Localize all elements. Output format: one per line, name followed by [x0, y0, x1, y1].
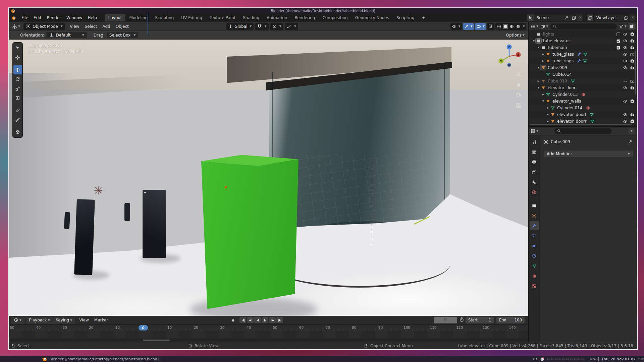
- viewport-menu-object[interactable]: Object: [113, 23, 131, 30]
- workspace-tab-layout[interactable]: Layout: [105, 14, 125, 21]
- workspace-tab-compositing[interactable]: Compositing: [319, 14, 351, 21]
- outliner-row-cube-009[interactable]: ▼Cube.009: [529, 64, 637, 71]
- outliner-row-tube-elevator[interactable]: ▼tube elevator: [529, 38, 637, 44]
- properties-tab-scene[interactable]: [530, 178, 539, 187]
- drag-value-dropdown[interactable]: Select Box ▼: [107, 32, 138, 38]
- outliner-item-label[interactable]: elevator_doorr: [557, 119, 587, 123]
- checkbox-icon[interactable]: [616, 39, 621, 43]
- eye-icon[interactable]: [623, 99, 628, 104]
- expand-down-icon[interactable]: ▼: [537, 66, 540, 69]
- pivot-dropdown[interactable]: ▼: [270, 23, 283, 30]
- timeline-tracks[interactable]: [9, 331, 528, 339]
- properties-tab-world[interactable]: [530, 188, 539, 197]
- scene-name[interactable]: Scene: [534, 15, 563, 20]
- outliner-row-elevator-walls[interactable]: ▼elevator_walls: [529, 98, 637, 105]
- outliner-item-label[interactable]: lights: [543, 32, 554, 37]
- view-layer-copy-icon[interactable]: [623, 15, 630, 20]
- workspace-tab-[interactable]: +: [418, 14, 428, 21]
- timeline-scrollbar[interactable]: [9, 339, 528, 342]
- workspace-tab-uv-editing[interactable]: UV Editing: [178, 14, 206, 21]
- timeline-menu-marker[interactable]: Marker: [92, 318, 111, 322]
- taskbar-app-entry[interactable]: Blender [/home/amalie/Desktop/blender/ta…: [42, 357, 159, 362]
- scene-copy-icon[interactable]: [570, 15, 578, 20]
- menu-file[interactable]: File: [19, 14, 31, 21]
- shading-material-button[interactable]: [509, 24, 515, 29]
- playhead-line[interactable]: [148, 14, 148, 34]
- camera-icon[interactable]: [630, 45, 635, 50]
- viewport-menu-add[interactable]: Add: [100, 23, 113, 30]
- shading-wireframe-button[interactable]: [496, 24, 502, 29]
- timeline-ruler[interactable]: -50-40-30-20-100102030405060708090100110…: [9, 325, 528, 331]
- camera-icon[interactable]: [630, 85, 635, 90]
- workspace-tab-sculpting[interactable]: Sculpting: [152, 14, 177, 21]
- outliner-item-label[interactable]: elevator_floor: [548, 85, 576, 90]
- proportional-edit-dropdown[interactable]: ▼: [285, 23, 298, 30]
- eye-icon[interactable]: [623, 59, 628, 63]
- tool-measure[interactable]: [13, 115, 22, 124]
- outliner-item-label[interactable]: Cylinder.014: [557, 106, 582, 110]
- properties-tab-data[interactable]: [530, 261, 539, 270]
- properties-tab-tool[interactable]: [530, 137, 539, 146]
- properties-tab-output[interactable]: [530, 158, 539, 167]
- outliner-item-label[interactable]: tube_glass: [552, 52, 574, 57]
- viewport-menu-view[interactable]: View: [67, 23, 82, 30]
- properties-tab-modifiers[interactable]: [530, 221, 539, 230]
- menu-help[interactable]: Help: [85, 14, 99, 21]
- properties-tab-particles[interactable]: [530, 231, 539, 240]
- blender-menu-icon[interactable]: [11, 15, 16, 20]
- expand-down-icon[interactable]: ▼: [537, 86, 540, 89]
- eye-icon[interactable]: [623, 119, 628, 123]
- zoom-tool-icon[interactable]: [516, 72, 522, 77]
- scene-pin-icon[interactable]: [563, 15, 570, 20]
- tool-add-cube[interactable]: [13, 127, 22, 137]
- outliner-item-label[interactable]: tube elevator: [543, 39, 570, 43]
- light-object-marker[interactable]: [94, 186, 103, 195]
- shading-solid-button[interactable]: [503, 24, 508, 29]
- wrench-icon[interactable]: [577, 52, 582, 57]
- visibility-dropdown[interactable]: ▼: [450, 23, 462, 30]
- camera-icon[interactable]: [630, 32, 635, 37]
- mesh-data-icon[interactable]: [571, 79, 575, 83]
- properties-tab-render[interactable]: [530, 147, 539, 157]
- tray-icons[interactable]: ✄✄✄✄✄✄✄✄✄✄: [547, 357, 585, 361]
- outliner-row-cube-014[interactable]: Cube.014: [529, 71, 637, 78]
- eye-closed-icon[interactable]: [623, 79, 628, 83]
- door-panel-large[interactable]: [74, 199, 95, 275]
- taskbar-clock[interactable]: Thu, 28 Nov 01:07: [601, 357, 636, 361]
- transport-next-keyframe-button[interactable]: [269, 317, 276, 323]
- camera-x-icon[interactable]: [630, 79, 635, 83]
- properties-tab-collection[interactable]: [530, 201, 539, 210]
- expand-right-icon[interactable]: ▶: [541, 60, 545, 62]
- editor-type-button[interactable]: ▼: [11, 23, 21, 29]
- eye-icon[interactable]: [623, 112, 628, 117]
- timeline-menu-view[interactable]: View: [76, 318, 91, 322]
- workspace-tab-texture-paint[interactable]: Texture Paint: [206, 14, 239, 21]
- door-panel-sliver-mid[interactable]: [124, 203, 130, 221]
- orthographic-toggle-icon[interactable]: [516, 103, 522, 108]
- frame-start-field[interactable]: Start1: [466, 317, 494, 323]
- material-icon[interactable]: [586, 106, 590, 110]
- scene-selector[interactable]: Scene ✕: [527, 14, 584, 21]
- expand-down-icon[interactable]: ▼: [532, 40, 536, 42]
- outliner-editor-type-button[interactable]: ▼: [531, 24, 538, 29]
- scene-icon[interactable]: [527, 14, 534, 21]
- snap-dropdown[interactable]: ▼: [255, 23, 268, 30]
- scene-unlink-icon[interactable]: ✕: [578, 14, 583, 21]
- properties-tab-object[interactable]: [530, 211, 539, 220]
- stopwatch-icon[interactable]: [459, 317, 464, 322]
- camera-icon[interactable]: [630, 59, 635, 63]
- expand-right-icon[interactable]: ▶: [546, 107, 550, 109]
- camera-x-icon[interactable]: [630, 52, 635, 57]
- menu-window[interactable]: Window: [64, 14, 85, 21]
- transport-play-reverse-button[interactable]: [254, 317, 261, 323]
- tool-select-box[interactable]: [13, 43, 22, 53]
- properties-editor-type-button[interactable]: ▼: [531, 129, 538, 133]
- tool-transform[interactable]: [13, 93, 22, 103]
- new-collection-button[interactable]: [629, 23, 635, 29]
- transport-jump-start-button[interactable]: [239, 317, 246, 323]
- camera-icon[interactable]: [630, 39, 635, 43]
- outliner-row-lights[interactable]: lights: [529, 31, 637, 38]
- outliner-search-input[interactable]: [550, 23, 617, 29]
- outliner-row-elevator-doorr[interactable]: ▶elevator_doorr: [529, 118, 637, 123]
- expand-down-icon[interactable]: ▼: [541, 100, 545, 103]
